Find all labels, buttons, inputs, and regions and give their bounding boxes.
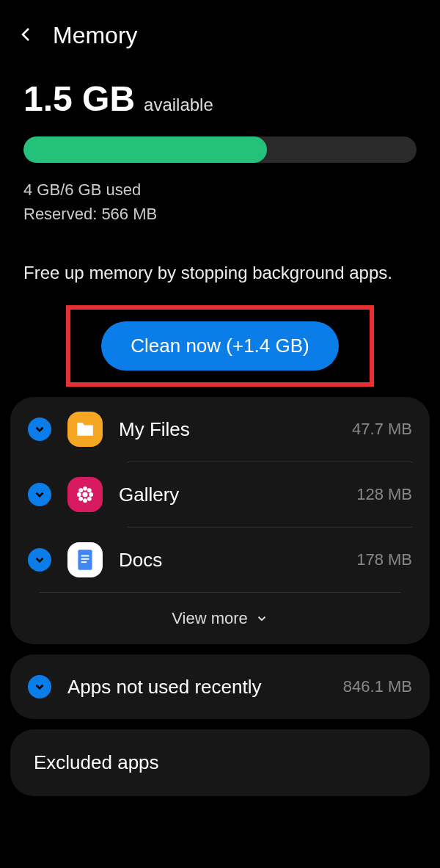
- checkbox-icon[interactable]: [28, 675, 51, 699]
- svg-point-7: [78, 497, 83, 501]
- memory-progress-fill: [23, 136, 267, 163]
- app-row-gallery[interactable]: Gallery 128 MB: [10, 462, 430, 527]
- svg-rect-9: [78, 550, 92, 570]
- not-used-size: 846.1 MB: [343, 677, 412, 696]
- memory-used-text: 4 GB/6 GB used: [23, 178, 417, 202]
- instruction-text: Free up memory by stopping background ap…: [0, 263, 440, 283]
- app-size: 128 MB: [356, 485, 412, 504]
- chevron-down-icon: [255, 612, 268, 625]
- svg-rect-10: [81, 555, 89, 557]
- clean-button-highlight: Clean now (+1.4 GB): [66, 305, 374, 387]
- gallery-icon: [67, 477, 103, 512]
- excluded-title: Excluded apps: [10, 729, 430, 796]
- svg-rect-12: [81, 561, 87, 563]
- memory-reserved-text: Reserved: 566 MB: [23, 202, 417, 226]
- app-name: Docs: [119, 549, 162, 572]
- svg-rect-11: [81, 558, 89, 560]
- checkbox-icon[interactable]: [28, 483, 51, 506]
- svg-point-2: [83, 498, 87, 503]
- svg-point-1: [83, 486, 87, 491]
- app-name: My Files: [119, 418, 190, 441]
- view-more-label: View more: [172, 609, 248, 628]
- svg-point-0: [83, 492, 88, 497]
- svg-point-6: [87, 488, 92, 492]
- app-size: 178 MB: [356, 550, 412, 569]
- checkbox-icon[interactable]: [28, 548, 51, 572]
- app-row-docs[interactable]: Docs 178 MB: [10, 528, 430, 592]
- view-more-button[interactable]: View more: [10, 593, 430, 644]
- page-title: Memory: [53, 22, 138, 49]
- apps-card: My Files 47.7 MB Gallery 128 MB: [10, 397, 430, 644]
- svg-point-8: [87, 497, 92, 501]
- back-icon[interactable]: [18, 26, 35, 46]
- checkbox-icon[interactable]: [28, 417, 51, 441]
- memory-available: 1.5 GB available: [23, 79, 417, 119]
- svg-point-5: [78, 488, 83, 492]
- app-row-my-files[interactable]: My Files 47.7 MB: [10, 397, 430, 462]
- app-name: Gallery: [119, 484, 179, 506]
- memory-progress-bar: [23, 136, 417, 163]
- not-used-card[interactable]: Apps not used recently 846.1 MB: [10, 654, 430, 719]
- not-used-title: Apps not used recently: [67, 676, 327, 699]
- app-size: 47.7 MB: [352, 420, 412, 439]
- clean-now-button[interactable]: Clean now (+1.4 GB): [101, 321, 339, 371]
- memory-label: available: [144, 95, 213, 115]
- svg-point-3: [77, 492, 81, 497]
- docs-icon: [67, 542, 103, 577]
- memory-value: 1.5 GB: [23, 79, 135, 119]
- excluded-card[interactable]: Excluded apps: [10, 729, 430, 796]
- my-files-icon: [67, 412, 103, 447]
- svg-point-4: [89, 492, 93, 497]
